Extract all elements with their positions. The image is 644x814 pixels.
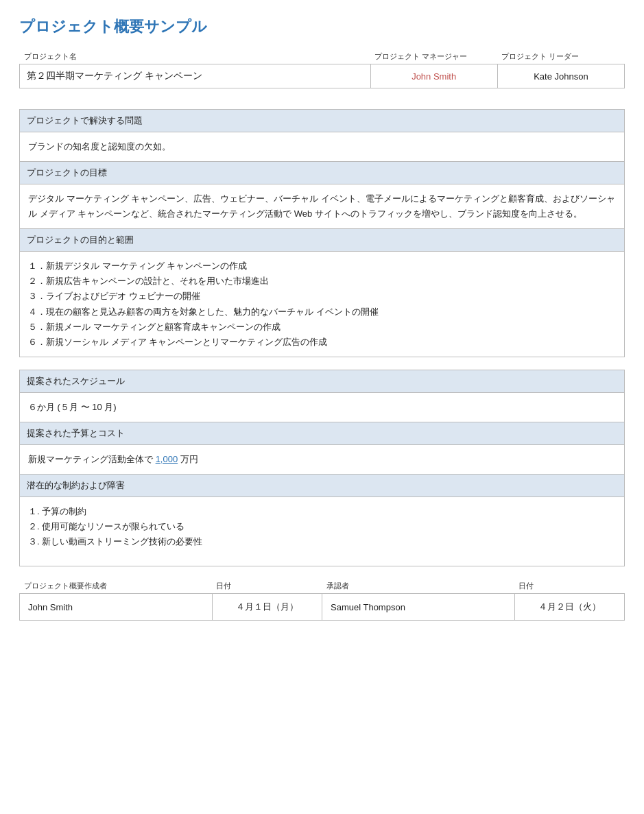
constraints-section: 潜在的な制約および障害 １. 予算の制約 ２. 使用可能なリソースが限られている… bbox=[19, 475, 625, 566]
footer-date2-cell: ４月２日（火） bbox=[514, 594, 624, 621]
goal-section: プロジェクトの目標 デジタル マーケティング キャンペーン、広告、ウェビナー、バ… bbox=[19, 162, 625, 229]
footer-table: プロジェクト概要作成者 日付 承認者 日付 John Smith ４月１日（月）… bbox=[19, 579, 625, 621]
budget-prefix: 新規マーケティング活動全体で bbox=[28, 454, 156, 464]
leader-name-cell: Kate Johnson bbox=[497, 64, 624, 88]
problem-section-header: プロジェクトで解決する問題 bbox=[20, 110, 624, 132]
manager-name-cell: John Smith bbox=[370, 64, 497, 88]
constraint-item-1: １. 予算の制約 bbox=[28, 504, 616, 519]
col-project-label: プロジェクト名 bbox=[20, 49, 371, 64]
project-header-table: プロジェクト名 プロジェクト マネージャー プロジェクト リーダー 第２四半期マ… bbox=[19, 49, 625, 88]
page-title: プロジェクト概要サンプル bbox=[19, 16, 625, 37]
footer-approver-cell: Samuel Thompson bbox=[322, 594, 515, 621]
schedule-section: 提案されたスケジュール ６か月 (５月 〜 10 月) bbox=[19, 370, 625, 422]
schedule-section-header: 提案されたスケジュール bbox=[20, 370, 624, 393]
schedule-section-body: ６か月 (５月 〜 10 月) bbox=[20, 393, 624, 422]
problem-section-body: ブランドの知名度と認知度の欠如。 bbox=[20, 132, 624, 161]
budget-amount: 1,000 bbox=[156, 454, 178, 464]
footer-col-approver: 承認者 bbox=[322, 579, 515, 594]
scope-item-5: ５．新規メール マーケティングと顧客育成キャンペーンの作成 bbox=[28, 320, 616, 335]
scope-item-2: ２．新規広告キャンペーンの設計と、それを用いた市場進出 bbox=[28, 274, 616, 289]
col-manager-label: プロジェクト マネージャー bbox=[370, 49, 497, 64]
footer-date1-cell: ４月１日（月） bbox=[212, 594, 322, 621]
footer-author-cell: John Smith bbox=[20, 594, 213, 621]
col-leader-label: プロジェクト リーダー bbox=[497, 49, 624, 64]
footer-col-date1: 日付 bbox=[212, 579, 322, 594]
scope-item-6: ６．新規ソーシャル メディア キャンペーンとリマーケティング広告の作成 bbox=[28, 335, 616, 350]
scope-item-1: １．新規デジタル マーケティング キャンペーンの作成 bbox=[28, 259, 616, 274]
problem-section: プロジェクトで解決する問題 ブランドの知名度と認知度の欠如。 bbox=[19, 109, 625, 162]
budget-section: 提案された予算とコスト 新規マーケティング活動全体で 1,000 万円 bbox=[19, 422, 625, 475]
scope-section-body: １．新規デジタル マーケティング キャンペーンの作成 ２．新規広告キャンペーンの… bbox=[20, 252, 624, 357]
budget-section-body: 新規マーケティング活動全体で 1,000 万円 bbox=[20, 445, 624, 474]
goal-section-body: デジタル マーケティング キャンペーン、広告、ウェビナー、バーチャル イベント、… bbox=[20, 184, 624, 228]
footer-col-author: プロジェクト概要作成者 bbox=[20, 579, 213, 594]
constraints-section-header: 潜在的な制約および障害 bbox=[20, 475, 624, 497]
budget-section-header: 提案された予算とコスト bbox=[20, 422, 624, 445]
goal-section-header: プロジェクトの目標 bbox=[20, 162, 624, 184]
scope-item-4: ４．現在の顧客と見込み顧客の両方を対象とした、魅力的なバーチャル イベントの開催 bbox=[28, 304, 616, 320]
constraint-item-3: ３. 新しい動画ストリーミング技術の必要性 bbox=[28, 534, 616, 549]
footer-col-date2: 日付 bbox=[514, 579, 624, 594]
constraint-item-2: ２. 使用可能なリソースが限られている bbox=[28, 519, 616, 534]
budget-suffix: 万円 bbox=[178, 454, 198, 464]
constraints-section-body: １. 予算の制約 ２. 使用可能なリソースが限られている ３. 新しい動画ストリ… bbox=[20, 497, 624, 566]
project-name-cell: 第２四半期マーケティング キャンペーン bbox=[20, 64, 371, 88]
scope-section: プロジェクトの目的と範囲 １．新規デジタル マーケティング キャンペーンの作成 … bbox=[19, 229, 625, 357]
scope-item-3: ３．ライブおよびビデオ ウェビナーの開催 bbox=[28, 289, 616, 304]
scope-section-header: プロジェクトの目的と範囲 bbox=[20, 229, 624, 252]
